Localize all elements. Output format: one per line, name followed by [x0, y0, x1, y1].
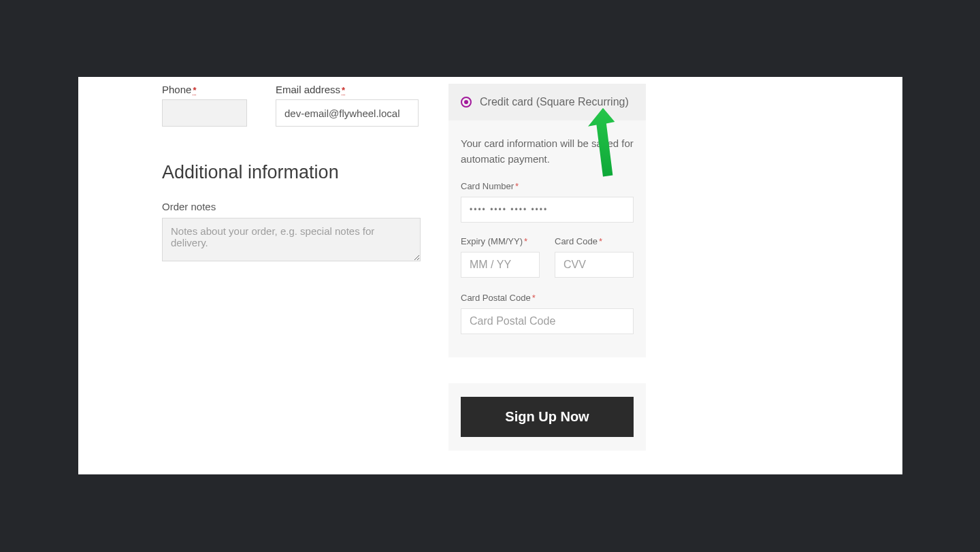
order-notes-label: Order notes: [162, 201, 426, 212]
postal-label-text: Card Postal Code: [461, 293, 531, 303]
required-asterisk: *: [599, 236, 602, 246]
expiry-label: Expiry (MM/YY)*: [461, 236, 540, 246]
required-asterisk: *: [532, 293, 536, 303]
payment-method-header[interactable]: Credit card (Square Recurring): [448, 84, 646, 120]
card-number-placeholder: •••• •••• •••• ••••: [470, 205, 548, 214]
expiry-input[interactable]: MM / YY: [461, 252, 540, 278]
radio-selected-icon: [461, 97, 472, 108]
phone-field-wrap: Phone *: [162, 84, 247, 127]
payment-method-label: Credit card (Square Recurring): [480, 96, 629, 108]
cvv-label: Card Code*: [555, 236, 634, 246]
phone-input[interactable]: [162, 99, 247, 127]
payment-method-box: Credit card (Square Recurring) Your card…: [448, 84, 646, 357]
required-asterisk: *: [524, 236, 527, 246]
additional-info-heading: Additional information: [162, 162, 426, 183]
cvv-input[interactable]: CVV: [555, 252, 634, 278]
billing-column: Phone * Email address * Additional infor…: [162, 84, 426, 264]
email-label-text: Email address: [276, 84, 340, 95]
phone-label-text: Phone: [162, 84, 191, 95]
expiry-placeholder: MM / YY: [470, 259, 511, 271]
required-asterisk: *: [515, 181, 519, 191]
required-asterisk: *: [193, 86, 196, 95]
order-notes-textarea[interactable]: [162, 218, 421, 261]
email-input[interactable]: [276, 99, 419, 127]
cvv-placeholder: CVV: [564, 259, 586, 271]
sign-up-button[interactable]: Sign Up Now: [461, 397, 634, 437]
email-field-wrap: Email address *: [276, 84, 419, 127]
payment-description: Your card information will be saved for …: [461, 135, 634, 167]
expiry-label-text: Expiry (MM/YY): [461, 236, 523, 246]
email-label: Email address *: [276, 84, 419, 95]
signup-wrap: Sign Up Now: [448, 383, 646, 451]
required-asterisk: *: [342, 86, 345, 95]
postal-placeholder: Card Postal Code: [470, 315, 555, 327]
card-number-input[interactable]: •••• •••• •••• ••••: [461, 197, 634, 223]
card-number-label: Card Number*: [461, 181, 634, 191]
payment-method-body: Your card information will be saved for …: [448, 120, 646, 357]
payment-column: Credit card (Square Recurring) Your card…: [448, 84, 646, 451]
postal-label: Card Postal Code*: [461, 293, 634, 303]
cvv-label-text: Card Code: [555, 236, 598, 246]
postal-input[interactable]: Card Postal Code: [461, 308, 634, 334]
phone-label: Phone *: [162, 84, 247, 95]
checkout-page: Phone * Email address * Additional infor…: [78, 77, 902, 474]
card-number-label-text: Card Number: [461, 181, 514, 191]
